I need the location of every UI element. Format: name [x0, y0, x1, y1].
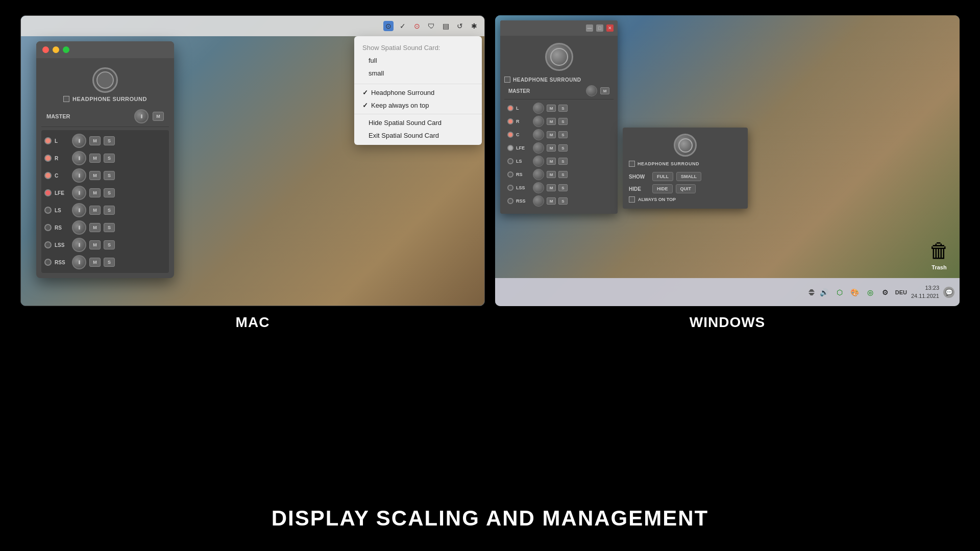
win-radio-R[interactable] — [507, 118, 513, 124]
mac-ch-radio-RSS[interactable] — [44, 259, 52, 266]
win-m-C[interactable]: M — [547, 131, 556, 138]
win-panel-hide-btn[interactable]: HIDE — [652, 184, 673, 193]
win-m-LFE[interactable]: M — [547, 144, 556, 152]
mac-ch-radio-LSS[interactable] — [44, 241, 52, 248]
mac-ch-radio-RS[interactable] — [44, 224, 52, 231]
dropdown-small-item[interactable]: small — [354, 67, 482, 80]
mac-ch-radio-L[interactable] — [44, 137, 52, 144]
win-radio-LFE[interactable] — [507, 145, 513, 151]
win-s-RSS[interactable]: S — [558, 197, 568, 205]
mac-ch-radio-LFE[interactable] — [44, 189, 52, 196]
win-panel-aot-checkbox[interactable] — [629, 196, 635, 203]
mac-ch-m-RSS[interactable]: M — [89, 258, 101, 267]
mac-ch-s-RS[interactable]: S — [104, 223, 115, 232]
win-panel-full-btn[interactable]: FULL — [652, 172, 673, 181]
taskbar-icon-4[interactable]: ◎ — [865, 287, 876, 298]
win-hs-checkbox[interactable] — [504, 77, 510, 83]
win-radio-L[interactable] — [507, 105, 513, 111]
mac-menubar[interactable]: ⊙ ✓ ⊙ 🛡 ▤ ↺ ✱ — [21, 16, 484, 36]
win-radio-RS[interactable] — [507, 171, 513, 178]
win-radio-LS[interactable] — [507, 158, 513, 164]
win-master-m-btn[interactable]: M — [600, 87, 609, 94]
mac-ch-knob-RS[interactable] — [72, 220, 86, 235]
win-radio-RSS[interactable] — [507, 198, 513, 204]
mac-ch-s-R[interactable]: S — [104, 154, 115, 163]
mac-ch-knob-LFE[interactable] — [72, 186, 86, 200]
mac-master-m-btn[interactable]: M — [153, 112, 164, 121]
mac-ch-m-R[interactable]: M — [89, 154, 101, 163]
win-m-L[interactable]: M — [547, 105, 556, 112]
win-s-C[interactable]: S — [558, 131, 568, 138]
mac-ch-s-LSS[interactable]: S — [104, 240, 115, 249]
win-m-LS[interactable]: M — [547, 158, 556, 165]
mac-ch-m-LS[interactable]: M — [89, 206, 101, 215]
win-panel-small-btn[interactable]: SMALL — [676, 172, 701, 181]
win-knob-R[interactable] — [533, 116, 544, 127]
win-main-knob[interactable] — [545, 43, 573, 71]
mac-ch-s-RSS[interactable]: S — [104, 258, 115, 267]
menubar-spatial-icon[interactable]: ⊙ — [383, 21, 394, 31]
win-panel-knob[interactable] — [674, 134, 697, 157]
mac-ch-knob-RSS[interactable] — [72, 255, 86, 269]
mac-ch-m-RS[interactable]: M — [89, 223, 101, 232]
maximize-button[interactable] — [63, 46, 69, 53]
mac-ch-knob-R[interactable] — [72, 151, 86, 165]
close-button[interactable] — [42, 46, 49, 53]
win-s-LFE[interactable]: S — [558, 144, 568, 152]
mac-ch-knob-C[interactable] — [72, 168, 86, 183]
dropdown-keep-on-top-item[interactable]: Keep always on top — [354, 99, 482, 112]
mac-ch-knob-L[interactable] — [72, 134, 86, 148]
mac-ch-m-LFE[interactable]: M — [89, 188, 101, 197]
mac-ch-s-LFE[interactable]: S — [104, 188, 115, 197]
mac-ch-m-C[interactable]: M — [89, 171, 101, 180]
menubar-history-icon[interactable]: ↺ — [455, 21, 465, 31]
win-panel-checkbox[interactable] — [629, 161, 635, 167]
mac-master-knob[interactable] — [134, 109, 149, 123]
menubar-layers-icon[interactable]: ▤ — [440, 21, 451, 31]
dropdown-exit-item[interactable]: Exit Spatial Sound Card — [354, 129, 482, 142]
win-panel-quit-btn[interactable]: QUIT — [676, 184, 696, 193]
taskbar-icon-3[interactable]: 🎨 — [849, 287, 861, 298]
win-m-RS[interactable]: M — [547, 171, 556, 178]
mac-main-knob[interactable] — [92, 67, 118, 93]
mac-ch-radio-LS[interactable] — [44, 207, 52, 214]
chevron-down-icon[interactable] — [808, 293, 815, 296]
mac-ch-m-LSS[interactable]: M — [89, 240, 101, 249]
menubar-check-icon[interactable]: ✓ — [398, 21, 408, 31]
win-knob-RSS[interactable] — [533, 195, 544, 207]
win-s-LSS[interactable]: S — [558, 184, 568, 191]
menubar-shield-icon[interactable]: 🛡 — [426, 21, 436, 31]
taskbar-icon-1[interactable]: 🔊 — [819, 287, 830, 298]
win-m-R[interactable]: M — [547, 118, 556, 125]
mac-ch-radio-R[interactable] — [44, 155, 52, 162]
chevron-up-icon[interactable] — [808, 289, 815, 292]
taskbar-icon-5[interactable]: ⚙ — [880, 287, 891, 298]
mac-hs-checkbox[interactable] — [63, 96, 69, 102]
mac-ch-s-L[interactable]: S — [104, 136, 115, 145]
win-knob-C[interactable] — [533, 129, 544, 140]
win-knob-LSS[interactable] — [533, 182, 544, 193]
win-radio-C[interactable] — [507, 132, 513, 138]
taskbar-icon-2[interactable]: ⬡ — [834, 287, 845, 298]
win-minimize-btn[interactable]: — — [586, 24, 593, 32]
win-knob-LS[interactable] — [533, 156, 544, 167]
win-knob-RS[interactable] — [533, 169, 544, 180]
mac-ch-s-LS[interactable]: S — [104, 206, 115, 215]
mac-ch-m-L[interactable]: M — [89, 136, 101, 145]
mac-ch-knob-LSS[interactable] — [72, 238, 86, 252]
dropdown-headphone-surround-item[interactable]: Headphone Surround — [354, 86, 482, 99]
menubar-bluetooth-icon[interactable]: ✱ — [469, 21, 479, 31]
win-master-knob[interactable] — [586, 85, 597, 96]
minimize-button[interactable] — [53, 46, 59, 53]
taskbar-chevrons[interactable] — [808, 289, 815, 296]
mac-ch-s-C[interactable]: S — [104, 171, 115, 180]
win-m-RSS[interactable]: M — [547, 197, 556, 205]
dropdown-full-item[interactable]: full — [354, 54, 482, 67]
mac-dropdown-menu[interactable]: Show Spatial Sound Card: full small Head… — [354, 36, 482, 145]
win-knob-LFE[interactable] — [533, 142, 544, 154]
win-radio-LSS[interactable] — [507, 185, 513, 191]
win-maximize-btn[interactable]: □ — [596, 24, 603, 32]
win-m-LSS[interactable]: M — [547, 184, 556, 191]
win-knob-L[interactable] — [533, 103, 544, 114]
mac-ch-radio-C[interactable] — [44, 172, 52, 179]
